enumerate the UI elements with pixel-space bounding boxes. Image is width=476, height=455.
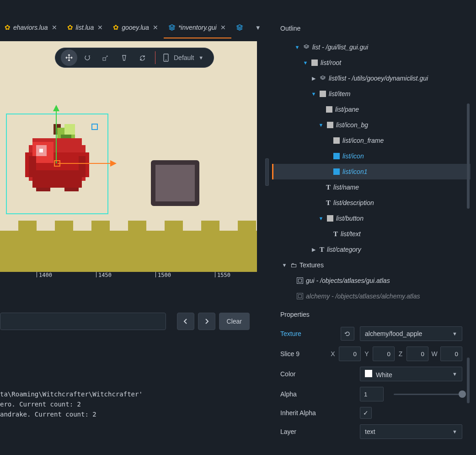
tab-label: list.lua	[76, 24, 94, 31]
next-button[interactable]	[198, 313, 215, 330]
tree-node-pane[interactable]: list/pane	[272, 102, 471, 117]
panel-resize-handle[interactable]	[265, 158, 269, 186]
close-icon[interactable]: ✕	[51, 24, 58, 31]
expand-toggle[interactable]: ▼	[318, 216, 324, 221]
alpha-slider[interactable]	[394, 394, 462, 395]
properties-header: Properties	[272, 303, 471, 324]
tab-list-lua[interactable]: ✿ list.lua ✕	[63, 16, 109, 38]
gear-icon: ✿	[5, 23, 11, 32]
tree-node-iconframe[interactable]: list/icon_frame	[272, 133, 471, 148]
outline-tree: ▼list - /gui/list_gui.gui ▼list/root ▶li…	[272, 38, 471, 303]
expand-toggle[interactable]: ▼	[310, 91, 317, 97]
tree-node-textures[interactable]: ▼🗀Textures	[272, 257, 471, 273]
vertical-scrollbar[interactable]	[467, 103, 470, 209]
dropdown-value: alchemy/food_apple	[365, 330, 422, 337]
node-label: list/icon1	[342, 168, 367, 175]
inventory-slot[interactable]	[151, 160, 199, 206]
move-tool[interactable]	[61, 49, 77, 66]
tree-node-root[interactable]: ▼list/root	[272, 55, 471, 70]
expand-toggle[interactable]: ▼	[281, 262, 288, 268]
x-axis-gizmo[interactable]	[58, 163, 115, 164]
scene-viewport[interactable]: Default ▼ 1400 1450 1500 1550	[0, 41, 257, 284]
reset-button[interactable]	[341, 327, 354, 341]
box-icon	[333, 168, 340, 175]
inherit-alpha-checkbox[interactable]: ✓	[360, 407, 372, 419]
tree-node-icon[interactable]: list/icon	[272, 148, 471, 164]
node-label: Textures	[300, 261, 324, 269]
close-icon[interactable]: ✕	[152, 24, 159, 31]
stack-icon	[236, 24, 243, 31]
tree-node-list-gui[interactable]: ▼list - /gui/list_gui.gui	[272, 39, 471, 55]
expand-toggle[interactable]: ▼	[318, 122, 324, 128]
expand-toggle[interactable]: ▶	[310, 76, 317, 81]
tree-node-category[interactable]: ▶Tlist/category	[272, 242, 471, 257]
gear-icon: ✿	[113, 23, 119, 32]
gizmo-handle[interactable]	[91, 124, 98, 130]
tree-node-alchemy-atlas[interactable]: alchemy - /objects/atlases/alchemy.atlas	[272, 288, 471, 303]
device-preset-dropdown[interactable]: Default ▼	[160, 54, 208, 62]
node-label: list/button	[336, 215, 364, 222]
slice-x-label: X	[330, 350, 336, 358]
node-label: list/text	[341, 230, 361, 238]
layer-dropdown[interactable]: text ▼	[360, 424, 462, 439]
prop-label-alpha: Alpha	[280, 390, 335, 398]
svg-rect-1	[103, 58, 106, 60]
dropdown-value: text	[365, 428, 375, 435]
prop-row-texture: Texture alchemy/food_apple ▼	[272, 324, 471, 344]
color-dropdown[interactable]: White ▼	[360, 367, 462, 381]
node-label: list/description	[333, 199, 374, 206]
slice-z-input[interactable]	[406, 347, 428, 361]
prop-row-inherit-alpha: Inherit Alpha ✓	[272, 404, 471, 422]
rotate-tool[interactable]	[79, 49, 96, 66]
y-axis-gizmo[interactable]	[56, 106, 57, 163]
tab-gooey-lua[interactable]: ✿ gooey.lua ✕	[108, 16, 164, 38]
tree-node-icon1[interactable]: list/icon1	[272, 164, 471, 179]
expand-toggle[interactable]: ▼	[302, 60, 309, 65]
stack-icon	[303, 44, 310, 50]
slice-z-label: Z	[397, 350, 404, 358]
close-icon[interactable]: ✕	[219, 24, 227, 31]
prop-label-texture: Texture	[280, 330, 335, 337]
tree-node-button[interactable]: ▼list/button	[272, 211, 471, 226]
tab-behaviors[interactable]: ✿ ehaviors.lua ✕	[0, 16, 63, 38]
console-toolbar: Clear	[0, 311, 251, 331]
prop-row-color: Color White ▼	[272, 364, 471, 384]
tab-overflow-button[interactable]: ▼	[248, 24, 268, 31]
node-label: list - /gui/list_gui.gui	[312, 43, 368, 51]
slice-x-input[interactable]	[339, 347, 361, 361]
refresh-tool[interactable]	[134, 49, 150, 66]
expand-toggle[interactable]: ▶	[310, 247, 317, 253]
slice-y-label: Y	[364, 350, 370, 358]
close-icon[interactable]: ✕	[96, 24, 104, 31]
console-panel: Clear ta\Roaming\Witchcrafter\Witchcraft…	[0, 284, 257, 455]
texture-dropdown[interactable]: alchemy/food_apple ▼	[360, 326, 462, 341]
console-filter-input[interactable]	[0, 313, 166, 330]
tab-unnamed[interactable]	[231, 16, 248, 38]
perspective-tool[interactable]	[116, 49, 132, 66]
slice-y-input[interactable]	[373, 347, 395, 361]
tree-node-description[interactable]: Tlist/description	[272, 195, 471, 211]
clear-button[interactable]: Clear	[219, 313, 250, 330]
tab-inventory-gui[interactable]: *inventory.gui ✕	[164, 16, 231, 38]
ruler-tick: 1550	[215, 272, 230, 277]
properties-panel: Properties Texture alchemy/food_apple ▼ …	[272, 303, 471, 455]
tree-node-iconbg[interactable]: ▼list/icon_bg	[272, 117, 471, 133]
node-label: list/list - /utils/gooey/dynamiclist.gui	[329, 75, 428, 82]
prev-button[interactable]	[177, 313, 194, 330]
tree-node-text[interactable]: Tlist/text	[272, 226, 471, 242]
slider-thumb[interactable]	[459, 390, 466, 398]
scale-tool[interactable]	[97, 49, 114, 66]
alpha-input[interactable]	[360, 387, 384, 401]
tree-node-name[interactable]: Tlist/name	[272, 179, 471, 195]
gizmo-origin-handle[interactable]	[54, 160, 60, 167]
slice-w-input[interactable]	[440, 347, 462, 361]
expand-toggle[interactable]: ▼	[294, 44, 300, 50]
prop-label-color: Color	[280, 370, 335, 378]
tree-node-dynamiclist[interactable]: ▶list/list - /utils/gooey/dynamiclist.gu…	[272, 70, 471, 86]
prop-label-slice9: Slice 9	[280, 350, 324, 358]
vertical-scrollbar[interactable]	[467, 358, 470, 403]
prop-row-alpha: Alpha	[272, 384, 471, 404]
tree-node-item[interactable]: ▼list/item	[272, 86, 471, 102]
tree-node-gui-atlas[interactable]: gui - /objects/atlases/gui.atlas	[272, 273, 471, 288]
node-label: list/icon	[342, 152, 364, 160]
